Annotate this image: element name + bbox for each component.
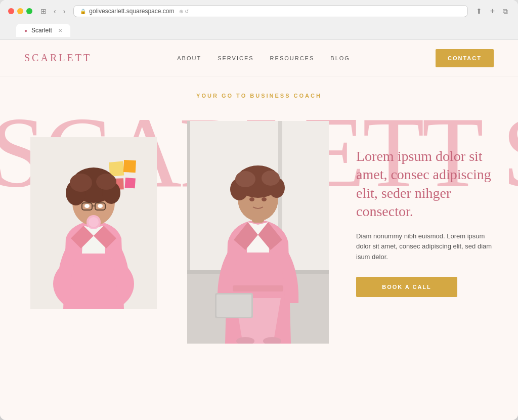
svg-point-17 bbox=[98, 204, 103, 208]
hero-subtitle: YOUR GO TO BUSINESS COACH bbox=[196, 93, 322, 99]
content-headline: Lorem ipsum dolor sit amet, consec adipi… bbox=[356, 147, 498, 221]
nav-links: ABOUT SERVICES RESOURCES BLOG bbox=[177, 55, 350, 61]
tabs-button[interactable]: ⧉ bbox=[501, 6, 510, 17]
close-button[interactable] bbox=[8, 8, 14, 14]
svg-point-35 bbox=[262, 197, 267, 201]
nav-blog[interactable]: BLOG bbox=[330, 55, 350, 61]
svg-point-32 bbox=[235, 171, 255, 187]
browser-window: ⊞ ‹ › 🔒 golivescarlett.squarespace.com ⊕… bbox=[0, 0, 518, 420]
svg-point-33 bbox=[262, 171, 280, 186]
minimize-button[interactable] bbox=[17, 8, 23, 14]
nav-about[interactable]: ABOUT bbox=[177, 55, 201, 61]
reader-icon[interactable]: ⊕ ↺ bbox=[179, 9, 189, 14]
lock-icon: 🔒 bbox=[80, 9, 86, 14]
site-logo[interactable]: SCARLETT bbox=[24, 52, 92, 64]
new-tab-button[interactable]: + bbox=[488, 6, 497, 17]
browser-actions: ⬆ + ⧉ bbox=[474, 6, 510, 17]
address-bar[interactable]: 🔒 golivescarlett.squarespace.com ⊕ ↺ bbox=[73, 5, 467, 17]
url-text: golivescarlett.squarespace.com bbox=[89, 8, 174, 15]
svg-rect-2 bbox=[123, 160, 136, 173]
tab-bar: ● Scarlett ✕ bbox=[8, 21, 510, 39]
svg-point-11 bbox=[70, 174, 92, 192]
back-button[interactable]: ‹ bbox=[52, 6, 58, 16]
browser-top-bar: ⊞ ‹ › 🔒 golivescarlett.squarespace.com ⊕… bbox=[8, 5, 510, 17]
share-button[interactable]: ⬆ bbox=[474, 6, 484, 16]
svg-rect-23 bbox=[187, 121, 190, 273]
book-call-button[interactable]: BOOK A CALL bbox=[356, 277, 457, 297]
photo-left-image bbox=[30, 137, 157, 309]
photo-left bbox=[30, 137, 157, 309]
traffic-lights bbox=[8, 8, 32, 14]
browser-controls: ⊞ ‹ › bbox=[38, 6, 67, 16]
website-content: SCARLETT ABOUT SERVICES RESOURCES BLOG C… bbox=[0, 40, 518, 420]
svg-point-34 bbox=[249, 197, 254, 201]
contact-button[interactable]: CONTACT bbox=[436, 49, 494, 67]
svg-point-19 bbox=[89, 217, 99, 227]
svg-rect-26 bbox=[233, 285, 283, 291]
content-area: Lorem ipsum dolor sit amet, consec adipi… bbox=[356, 147, 498, 297]
hero-section: YOUR GO TO BUSINESS COACH SCARLETT SCARL… bbox=[0, 76, 518, 420]
content-body: Diam nonummy nibh euismod. Lorem ipsum d… bbox=[356, 231, 498, 263]
svg-point-12 bbox=[96, 174, 116, 190]
nav-resources[interactable]: RESOURCES bbox=[270, 55, 315, 61]
photo-right-image bbox=[187, 121, 329, 344]
active-tab[interactable]: ● Scarlett ✕ bbox=[16, 24, 70, 37]
tab-close-icon[interactable]: ✕ bbox=[58, 28, 62, 33]
nav-services[interactable]: SERVICES bbox=[218, 55, 253, 61]
browser-chrome: ⊞ ‹ › 🔒 golivescarlett.squarespace.com ⊕… bbox=[0, 0, 518, 40]
svg-rect-4 bbox=[125, 178, 136, 188]
svg-rect-37 bbox=[217, 295, 251, 317]
maximize-button[interactable] bbox=[26, 8, 32, 14]
forward-button[interactable]: › bbox=[61, 6, 68, 16]
navigation: SCARLETT ABOUT SERVICES RESOURCES BLOG C… bbox=[0, 40, 518, 76]
sidebar-toggle-button[interactable]: ⊞ bbox=[38, 6, 49, 16]
tab-title: Scarlett bbox=[31, 27, 52, 34]
svg-point-16 bbox=[84, 204, 90, 208]
photo-right bbox=[187, 121, 329, 344]
tab-favicon: ● bbox=[24, 28, 27, 33]
